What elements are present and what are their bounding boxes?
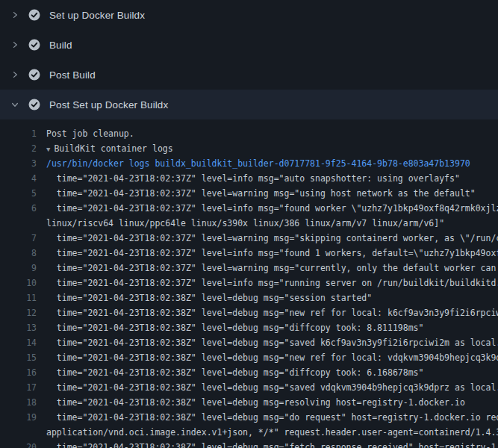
- log-line-number: [0, 216, 46, 231]
- step-row[interactable]: Set up Docker Buildx: [0, 0, 498, 30]
- log-line-text: time="2021-04-23T18:02:38Z" level=debug …: [46, 320, 423, 335]
- log-line-number[interactable]: 3: [0, 156, 46, 171]
- log-line-text: time="2021-04-23T18:02:37Z" level=info m…: [46, 201, 498, 216]
- log-line: 8 time="2021-04-23T18:02:37Z" level=info…: [0, 246, 498, 261]
- log-line-number[interactable]: 6: [0, 201, 46, 216]
- step-label: Set up Docker Buildx: [49, 10, 145, 21]
- log-line: 11 time="2021-04-23T18:02:38Z" level=deb…: [0, 290, 498, 305]
- log-line-number[interactable]: 1: [0, 126, 46, 141]
- chevron-down-icon[interactable]: [9, 99, 21, 111]
- log-line: 1 Post job cleanup.: [0, 126, 498, 141]
- log-line-number[interactable]: 5: [0, 186, 46, 201]
- success-check-icon: [28, 99, 40, 111]
- log-line: 2 ▼BuildKit container logs: [0, 141, 498, 156]
- log-line: 3 /usr/bin/docker logs buildx_buildkit_b…: [0, 156, 498, 171]
- log-line: 19 time="2021-04-23T18:02:38Z" level=deb…: [0, 410, 498, 425]
- chevron-right-icon[interactable]: [9, 39, 21, 51]
- steps-list: Set up Docker Buildx Build Post Buil: [0, 0, 498, 119]
- log-line-text: time="2021-04-23T18:02:38Z" level=debug …: [46, 335, 498, 350]
- log-line-text: application/vnd.oci.image.index.v1+json,…: [46, 425, 498, 440]
- log-line-number[interactable]: 13: [0, 320, 46, 335]
- log-line-text: time="2021-04-23T18:02:38Z" level=debug …: [46, 410, 498, 425]
- step-row[interactable]: Post Set up Docker Buildx: [0, 90, 498, 119]
- log-line-number[interactable]: 19: [0, 410, 46, 425]
- log-line-text: time="2021-04-23T18:02:37Z" level=warnin…: [46, 231, 498, 246]
- log-line-number[interactable]: 16: [0, 365, 46, 380]
- log-line-text: time="2021-04-23T18:02:38Z" level=debug …: [46, 305, 498, 320]
- log-area: 1 Post job cleanup. 2 ▼BuildKit containe…: [0, 119, 498, 448]
- log-line-text: Post job cleanup.: [46, 126, 134, 141]
- log-line: 6 time="2021-04-23T18:02:37Z" level=info…: [0, 201, 498, 216]
- log-line: 14 time="2021-04-23T18:02:38Z" level=deb…: [0, 335, 498, 350]
- success-check-icon: [28, 69, 40, 81]
- log-line-number[interactable]: 18: [0, 395, 46, 410]
- log-line-number[interactable]: 7: [0, 231, 46, 246]
- log-line: 16 time="2021-04-23T18:02:38Z" level=deb…: [0, 365, 498, 380]
- chevron-right-icon[interactable]: [9, 69, 21, 81]
- log-line: linux/riscv64 linux/ppc64le linux/s390x …: [0, 216, 498, 231]
- log-line-number[interactable]: 20: [0, 440, 46, 448]
- log-line-text: time="2021-04-23T18:02:38Z" level=debug …: [46, 380, 498, 395]
- actions-log-viewer: Set up Docker Buildx Build Post Buil: [0, 0, 498, 448]
- log-line: 9 time="2021-04-23T18:02:37Z" level=warn…: [0, 261, 498, 276]
- log-line: 5 time="2021-04-23T18:02:37Z" level=warn…: [0, 186, 498, 201]
- log-line-number[interactable]: 14: [0, 335, 46, 350]
- log-line-number[interactable]: 11: [0, 290, 46, 305]
- log-line-text: /usr/bin/docker logs buildx_buildkit_bui…: [46, 156, 470, 171]
- log-line: 15 time="2021-04-23T18:02:38Z" level=deb…: [0, 350, 498, 365]
- log-line-text: time="2021-04-23T18:02:38Z" level=debug …: [46, 365, 423, 380]
- log-line: 20 time="2021-04-23T18:02:38Z" level=deb…: [0, 440, 498, 448]
- log-line: 12 time="2021-04-23T18:02:38Z" level=deb…: [0, 305, 498, 320]
- log-line-number[interactable]: 15: [0, 350, 46, 365]
- log-line-text: ▼BuildKit container logs: [46, 141, 173, 156]
- step-label: Post Build: [49, 69, 96, 81]
- log-line-number: [0, 425, 46, 440]
- log-line-text: time="2021-04-23T18:02:37Z" level=info m…: [46, 171, 460, 186]
- log-line: 13 time="2021-04-23T18:02:38Z" level=deb…: [0, 320, 498, 335]
- log-line-number[interactable]: 4: [0, 171, 46, 186]
- log-line-text: time="2021-04-23T18:02:37Z" level=info m…: [46, 246, 498, 261]
- step-label: Build: [49, 40, 72, 51]
- log-line: 18 time="2021-04-23T18:02:38Z" level=deb…: [0, 395, 498, 410]
- log-line: 10 time="2021-04-23T18:02:37Z" level=inf…: [0, 276, 498, 290]
- log-line: 4 time="2021-04-23T18:02:37Z" level=info…: [0, 171, 498, 186]
- log-line-text: time="2021-04-23T18:02:37Z" level=warnin…: [46, 261, 498, 276]
- group-collapse-icon[interactable]: ▼: [46, 146, 50, 153]
- log-line: 7 time="2021-04-23T18:02:37Z" level=warn…: [0, 231, 498, 246]
- success-check-icon: [28, 9, 40, 21]
- log-line-text: time="2021-04-23T18:02:38Z" level=debug …: [46, 395, 465, 410]
- group-title[interactable]: BuildKit container logs: [54, 143, 172, 154]
- success-check-icon: [28, 39, 40, 51]
- log-line-text: time="2021-04-23T18:02:37Z" level=warnin…: [46, 186, 476, 201]
- log-line-text: time="2021-04-23T18:02:38Z" level=debug …: [46, 350, 498, 365]
- step-row[interactable]: Post Build: [0, 60, 498, 90]
- log-line-number[interactable]: 10: [0, 276, 46, 290]
- log-line-number[interactable]: 9: [0, 261, 46, 276]
- log-line: application/vnd.oci.image.index.v1+json,…: [0, 425, 498, 440]
- log-line-text: time="2021-04-23T18:02:38Z" level=debug …: [46, 290, 372, 305]
- log-line-number[interactable]: 2: [0, 141, 46, 156]
- step-label: Post Set up Docker Buildx: [49, 99, 168, 111]
- step-row[interactable]: Build: [0, 30, 498, 60]
- log-line-number[interactable]: 17: [0, 380, 46, 395]
- log-line-number[interactable]: 8: [0, 246, 46, 261]
- log-line-text: linux/riscv64 linux/ppc64le linux/s390x …: [46, 216, 444, 231]
- log-line-text: time="2021-04-23T18:02:38Z" level=debug …: [46, 440, 498, 448]
- log-line: 17 time="2021-04-23T18:02:38Z" level=deb…: [0, 380, 498, 395]
- chevron-right-icon[interactable]: [9, 9, 21, 21]
- log-line-number[interactable]: 12: [0, 305, 46, 320]
- log-line-text: time="2021-04-23T18:02:37Z" level=info m…: [46, 276, 498, 290]
